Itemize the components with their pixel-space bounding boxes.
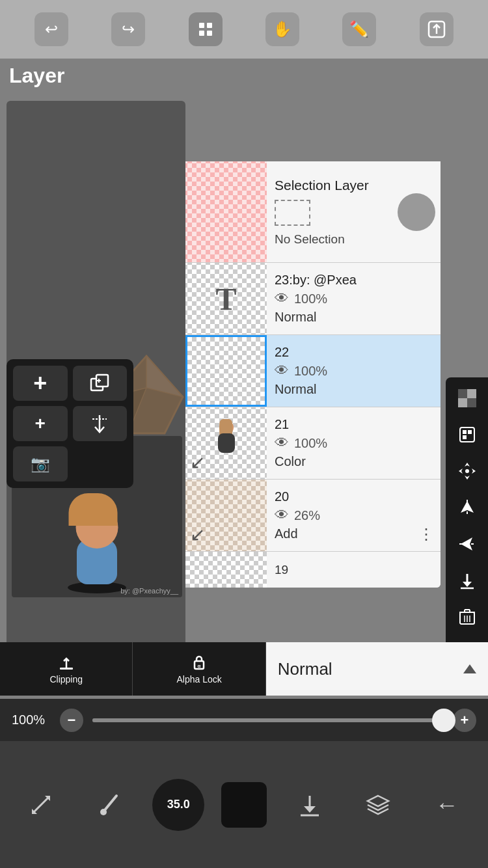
svg-line-51 <box>105 796 116 810</box>
svg-rect-12 <box>458 398 467 407</box>
add-group-button[interactable]: + <box>13 406 68 441</box>
layer-info-21: 21 👁 100% Color <box>267 407 441 479</box>
checker-pattern-icon[interactable] <box>450 381 484 415</box>
layer-22-opacity-row: 👁 100% <box>275 362 433 379</box>
clipping-label: Clipping <box>49 674 83 685</box>
layer-23-blend: Normal <box>275 310 433 325</box>
zoom-fill <box>92 718 444 722</box>
flip-v-icon[interactable] <box>450 527 484 561</box>
layer-row-23[interactable]: T 23:by: @Pxea 👁 100% Normal <box>185 263 441 335</box>
layer-info-22: 22 👁 100% Normal <box>267 335 441 407</box>
reference-icon[interactable] <box>450 418 484 452</box>
svg-point-52 <box>100 809 107 815</box>
canvas-credit: by: @Pxeachyy__ <box>120 587 178 595</box>
layer-ops-panel: + + 📷 <box>7 359 133 488</box>
visibility-icon-22[interactable]: 👁 <box>275 362 289 379</box>
scroll-handle[interactable] <box>398 193 435 231</box>
zoom-plus-button[interactable]: + <box>453 709 476 732</box>
transform-nav-button[interactable] <box>15 779 67 831</box>
svg-rect-0 <box>199 23 204 28</box>
layer-row-partial[interactable]: 19 <box>185 552 441 588</box>
alpha-lock-button[interactable]: α Alpha Lock <box>133 642 265 696</box>
layer-panel: Selection Layer No Selection T 23:by: @P… <box>185 161 441 588</box>
pen-icon[interactable]: ✏️ <box>342 12 376 46</box>
layer-thumb-21: ↙ <box>185 407 267 479</box>
move-down-icon[interactable] <box>450 563 484 597</box>
no-selection-text: No Selection <box>275 232 390 247</box>
layers-nav-button[interactable] <box>352 779 404 831</box>
zoom-percentage: 100% <box>12 712 51 727</box>
right-tools-panel <box>446 377 488 674</box>
layer-row-selection[interactable]: Selection Layer No Selection <box>185 161 441 263</box>
layer-22-name: 22 <box>275 345 433 360</box>
brush-size-value: 35.0 <box>167 798 190 811</box>
svg-marker-26 <box>461 544 472 550</box>
clip-arrow-20: ↙ <box>190 524 205 545</box>
svg-marker-22 <box>461 501 467 513</box>
svg-rect-9 <box>458 389 467 398</box>
brush-button[interactable] <box>84 779 136 831</box>
svg-marker-29 <box>463 582 472 587</box>
layer-row-20[interactable]: ↙ 20 👁 26% Add ⋮ <box>185 480 441 552</box>
svg-rect-15 <box>468 430 472 434</box>
svg-rect-11 <box>467 389 476 398</box>
hand-icon[interactable]: ✋ <box>265 12 299 46</box>
layer-info-selection: Selection Layer No Selection <box>267 161 398 262</box>
selection-layer-label: Selection Layer <box>275 178 390 193</box>
zoom-minus-button[interactable]: − <box>60 709 83 732</box>
zoom-slider-track[interactable] <box>92 718 444 722</box>
visibility-icon-21[interactable]: 👁 <box>275 435 289 452</box>
layer-partial-name: 19 <box>267 558 296 582</box>
bottom-mode-bar: Clipping α Alpha Lock Normal <box>0 642 488 696</box>
visibility-icon-20[interactable]: 👁 <box>275 507 289 524</box>
top-toolbar: ↩ ↪ ✋ ✏️ <box>0 0 488 59</box>
undo-icon[interactable]: ↩ <box>34 12 68 46</box>
svg-rect-10 <box>467 398 476 407</box>
svg-marker-23 <box>467 501 474 513</box>
layer-23-name: 23:by: @Pxea <box>275 273 433 288</box>
redo-icon[interactable]: ↪ <box>111 12 145 46</box>
zoom-thumb[interactable] <box>432 709 455 732</box>
no-selection-box <box>275 200 310 226</box>
text-layer-icon: T <box>215 281 236 317</box>
chevron-up-icon <box>463 664 476 673</box>
layer-row-22[interactable]: 22 👁 100% Normal <box>185 335 441 407</box>
color-swatch-button[interactable] <box>221 782 267 828</box>
svg-text:α: α <box>198 663 201 669</box>
blend-mode-selector[interactable]: Normal <box>266 642 488 696</box>
layer-21-blend: Color <box>275 454 433 469</box>
svg-marker-54 <box>304 806 316 813</box>
svg-rect-2 <box>199 31 204 36</box>
more-options-icon[interactable]: ⋮ <box>418 525 435 543</box>
svg-marker-19 <box>459 468 463 474</box>
back-nav-button[interactable]: ← <box>421 779 473 831</box>
layer-21-name: 21 <box>275 417 433 432</box>
layer-22-opacity: 100% <box>294 364 327 379</box>
export-icon[interactable] <box>420 12 454 46</box>
layer-row-21[interactable]: ↙ 21 👁 100% Color <box>185 407 441 480</box>
svg-marker-17 <box>465 463 470 467</box>
transform-icon[interactable] <box>189 12 223 46</box>
layer-info-20: 20 👁 26% Add <box>267 480 441 551</box>
duplicate-layer-button[interactable] <box>73 366 128 401</box>
panel-title: Layer <box>9 64 64 88</box>
svg-marker-25 <box>461 537 472 544</box>
layer-20-blend: Add <box>275 526 433 541</box>
merge-layer-button[interactable] <box>73 406 128 441</box>
add-layer-button[interactable]: + <box>13 366 68 401</box>
visibility-icon-23[interactable]: 👁 <box>275 290 289 307</box>
clipping-button[interactable]: Clipping <box>0 642 133 696</box>
trash-icon[interactable] <box>450 600 484 634</box>
layer-21-opacity: 100% <box>294 436 327 451</box>
svg-rect-1 <box>207 23 212 28</box>
layer-thumb-selection <box>185 161 267 262</box>
svg-marker-20 <box>472 468 476 474</box>
move-icon[interactable] <box>450 454 484 488</box>
svg-marker-18 <box>465 476 470 480</box>
camera-button[interactable]: 📷 <box>13 446 68 481</box>
layer-20-name: 20 <box>275 489 433 504</box>
download-nav-button[interactable] <box>284 779 336 831</box>
brush-size-display[interactable]: 35.0 <box>152 779 204 831</box>
svg-marker-56 <box>368 796 388 806</box>
flip-h-icon[interactable] <box>450 491 484 524</box>
